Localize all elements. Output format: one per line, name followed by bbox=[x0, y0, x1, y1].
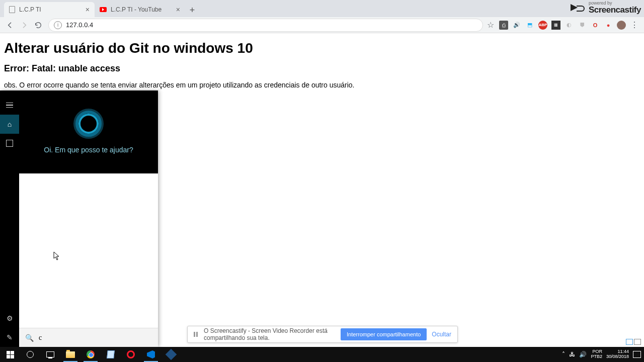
nav-reload-button[interactable] bbox=[31, 18, 45, 32]
shield-icon[interactable]: ⛊ bbox=[578, 21, 587, 30]
tab-title: L.C.P TI bbox=[19, 6, 82, 13]
cortana-side-rail: ⌂ ⚙ ✎ bbox=[0, 90, 19, 347]
language-indicator[interactable]: POR PTB2 bbox=[591, 349, 602, 359]
cortana-panel: ⌂ ⚙ ✎ Oi. Em que posso te ajudar? 🔍 bbox=[0, 90, 158, 347]
screencastify-watermark: powered by Screencastify bbox=[571, 1, 641, 14]
new-tab-button[interactable]: + bbox=[185, 3, 199, 17]
screencastify-arrow-icon bbox=[571, 2, 586, 13]
cortana-results-area bbox=[19, 173, 158, 328]
bookmark-star-icon[interactable]: ☆ bbox=[486, 21, 495, 30]
page-subtitle: Error: Fatal: unable access bbox=[4, 63, 640, 74]
tray-volume-icon[interactable]: 🔊 bbox=[579, 351, 587, 358]
page-title: Alterar usuário do Git no windows 10 bbox=[4, 40, 640, 56]
site-info-icon[interactable]: i bbox=[54, 21, 62, 29]
browser-tab-inactive[interactable]: L.C.P TI - YouTube × bbox=[95, 2, 185, 17]
browser-tab-bar: L.C.P TI × L.C.P TI - YouTube × + bbox=[0, 0, 644, 17]
toast-message: O Screencastify - Screen Video Recorder … bbox=[204, 327, 341, 341]
url-text: 127.0.0.4 bbox=[66, 21, 93, 29]
cortana-search-box[interactable]: 🔍 bbox=[19, 328, 158, 347]
extension-icon[interactable]: ◐ bbox=[565, 21, 574, 30]
action-center-icon[interactable] bbox=[633, 351, 641, 358]
stop-sharing-button[interactable]: Interromper compartilhamento bbox=[341, 328, 427, 340]
browser-toolbar: i 127.0.0.4 ☆ ⎙ 🔊 ⬒ ABP ▦ ◐ ⛊ O ● ⋮ bbox=[0, 17, 644, 33]
task-view-button[interactable] bbox=[40, 347, 60, 362]
clock[interactable]: 11:44 30/08/2018 bbox=[606, 349, 629, 359]
cortana-notebook-button[interactable] bbox=[0, 134, 19, 153]
screen-sharing-toast: O Screencastify - Screen Video Recorder … bbox=[187, 326, 458, 343]
search-icon: 🔍 bbox=[25, 334, 34, 342]
screencastify-name: Screencastify bbox=[589, 6, 641, 14]
nav-back-button[interactable] bbox=[3, 18, 17, 32]
tab-title: L.C.P TI - YouTube bbox=[111, 6, 172, 13]
sourcetree-taskbar[interactable] bbox=[161, 347, 181, 362]
vscode-taskbar[interactable] bbox=[141, 347, 161, 362]
youtube-favicon-icon bbox=[100, 7, 107, 12]
nav-forward-button[interactable] bbox=[17, 18, 31, 32]
extension-icon[interactable]: ⎙ bbox=[499, 21, 508, 30]
cortana-ring-icon bbox=[75, 111, 102, 137]
windows-taskbar: ˄ 🖧 🔊 POR PTB2 11:44 30/08/2018 bbox=[0, 347, 644, 362]
start-button[interactable] bbox=[0, 347, 20, 362]
cortana-search-input[interactable] bbox=[39, 334, 152, 342]
browser-tab-active[interactable]: L.C.P TI × bbox=[4, 2, 95, 17]
pause-icon bbox=[194, 332, 199, 337]
extension-icon[interactable]: ● bbox=[604, 21, 613, 30]
tab-close-icon[interactable]: × bbox=[176, 6, 180, 14]
tab-close-icon[interactable]: × bbox=[86, 6, 90, 14]
opera-extension-icon[interactable]: O bbox=[591, 21, 600, 30]
page-paragraph: obs. O error ocorre quando se tenta envi… bbox=[4, 81, 640, 89]
file-favicon-icon bbox=[9, 6, 15, 13]
view-mode-icon[interactable] bbox=[626, 339, 633, 345]
adblock-icon[interactable]: ABP bbox=[538, 21, 547, 30]
profile-avatar-icon[interactable] bbox=[617, 21, 626, 30]
hide-toast-button[interactable]: Ocultar bbox=[432, 331, 451, 338]
cortana-feedback-button[interactable]: ✎ bbox=[0, 328, 19, 347]
tray-network-icon[interactable]: 🖧 bbox=[569, 351, 575, 358]
address-bar[interactable]: i 127.0.0.4 bbox=[48, 19, 483, 32]
qr-extension-icon[interactable]: ▦ bbox=[551, 21, 560, 30]
tray-chevron-icon[interactable]: ˄ bbox=[562, 351, 565, 358]
cortana-header: Oi. Em que posso te ajudar? bbox=[19, 90, 158, 173]
chrome-taskbar[interactable] bbox=[80, 347, 101, 362]
page-content: Alterar usuário do Git no windows 10 Err… bbox=[0, 33, 644, 96]
speaker-icon[interactable]: 🔊 bbox=[512, 21, 521, 30]
opera-taskbar[interactable] bbox=[121, 347, 141, 362]
cortana-taskbar-button[interactable] bbox=[20, 347, 40, 362]
corner-view-icons[interactable] bbox=[626, 339, 641, 345]
extension-icon[interactable]: ⬒ bbox=[525, 21, 534, 30]
cortana-settings-button[interactable]: ⚙ bbox=[0, 309, 19, 328]
cortana-home-button[interactable]: ⌂ bbox=[0, 115, 19, 134]
cortana-greeting: Oi. Em que posso te ajudar? bbox=[44, 146, 133, 154]
notepad-taskbar[interactable] bbox=[101, 347, 121, 362]
chrome-menu-button[interactable]: ⋮ bbox=[630, 21, 639, 30]
system-tray: ˄ 🖧 🔊 POR PTB2 11:44 30/08/2018 bbox=[562, 349, 644, 359]
file-explorer-taskbar[interactable] bbox=[60, 347, 80, 362]
view-mode-icon[interactable] bbox=[634, 339, 641, 345]
cortana-menu-button[interactable] bbox=[0, 96, 19, 115]
